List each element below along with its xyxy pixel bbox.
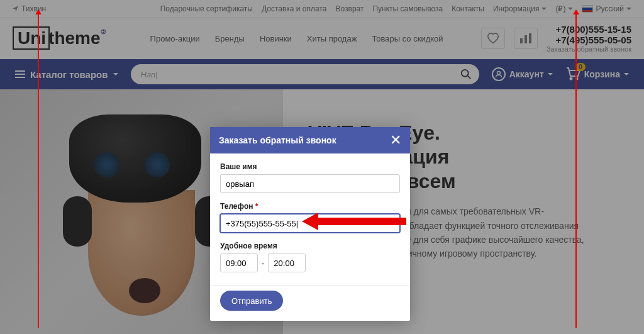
annotation-arrow-right <box>575 13 577 328</box>
modal-title: Заказать обратный звонок <box>219 135 336 145</box>
close-icon[interactable]: ✕ <box>390 133 401 147</box>
annotation-arrowhead <box>573 9 579 14</box>
annotation-arrowhead <box>35 9 42 14</box>
time-separator: - <box>262 259 264 268</box>
phone-label: Телефон * <box>220 202 400 211</box>
time-from-input[interactable] <box>220 253 258 272</box>
time-to-input[interactable] <box>268 253 306 272</box>
annotation-arrow-phone <box>302 213 406 230</box>
name-input[interactable] <box>220 174 400 193</box>
time-label: Удобное время <box>220 242 400 250</box>
submit-button[interactable]: Отправить <box>220 291 283 311</box>
name-label: Ваше имя <box>220 162 400 171</box>
annotation-arrow-left <box>38 13 39 328</box>
